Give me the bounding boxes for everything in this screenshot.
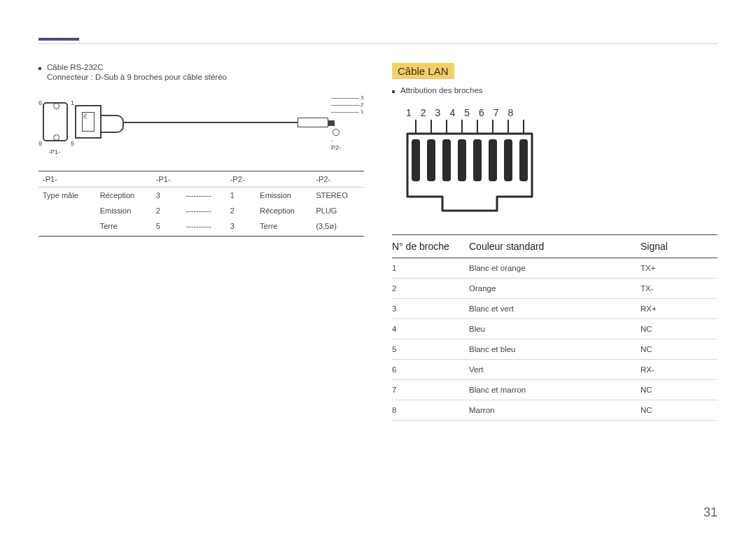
cell: (3,5ø) <box>312 218 364 237</box>
lead-num: 3 <box>360 94 363 101</box>
table-row: 6 Vert RX- <box>392 360 718 380</box>
cell: 7 <box>392 386 469 394</box>
pin-num: 2 <box>421 107 426 118</box>
page-number: 31 <box>704 505 718 520</box>
table-row: Type mâle Réception 3 ---------- 1 Emiss… <box>38 188 364 204</box>
rs232-title: Câble RS-232C <box>47 63 104 71</box>
cell: Blanc et vert <box>469 304 640 313</box>
pin-label: 6 <box>38 99 42 106</box>
rs232-connector-line: Connecteur : D-Sub à 9 broches pour câbl… <box>47 73 364 81</box>
cell: Emission <box>96 203 152 218</box>
cell: Orange <box>469 284 640 293</box>
cell: Blanc et bleu <box>469 345 640 353</box>
cell: NC <box>640 325 718 333</box>
lead-num: 1 <box>360 108 363 115</box>
pin-num: 5 <box>464 107 470 118</box>
screw-icon <box>53 103 59 109</box>
cable-line-icon <box>102 122 298 123</box>
svg-rect-9 <box>427 139 435 181</box>
pin-num: 3 <box>435 107 441 118</box>
cell: STEREO <box>312 188 364 204</box>
cell: Blanc et marron <box>469 386 640 394</box>
cell: Type mâle <box>38 188 96 204</box>
lan-bullet: Attribution des broches <box>392 86 718 94</box>
pin-num: 6 <box>479 107 484 118</box>
header-accent <box>38 38 79 41</box>
rj45-connector-icon <box>403 120 529 218</box>
cell: Réception <box>255 203 312 218</box>
table-row: 3 Blanc et vert RX+ <box>392 299 718 319</box>
rs232-bullet: Câble RS-232C <box>38 63 364 71</box>
svg-rect-14 <box>504 139 512 181</box>
lead-line <box>331 105 359 106</box>
content-columns: Câble RS-232C Connecteur : D-Sub à 9 bro… <box>38 63 718 421</box>
cell: 5 <box>152 218 182 237</box>
pin-label: 9 <box>38 140 42 147</box>
left-column: Câble RS-232C Connecteur : D-Sub à 9 bro… <box>38 63 364 421</box>
cell: 2 <box>152 203 182 218</box>
cell: TX+ <box>640 264 718 272</box>
cell: RX- <box>640 365 718 374</box>
cell: 2 <box>392 284 469 293</box>
pin-label: 5 <box>71 140 74 147</box>
th: N° de broche <box>392 241 469 252</box>
jack-ring-icon <box>332 129 340 136</box>
table-row: 4 Bleu NC <box>392 319 718 339</box>
cell: 4 <box>392 325 469 333</box>
cell: 3 <box>392 304 469 313</box>
svg-rect-15 <box>519 139 528 181</box>
cell: 8 <box>392 406 469 414</box>
table-row: 8 Marron NC <box>392 400 718 421</box>
cell: Terre <box>96 218 152 237</box>
lan-bullet-text: Attribution des broches <box>400 86 483 94</box>
th: -P2- <box>312 171 364 188</box>
table-row: 7 Blanc et marron NC <box>392 380 718 400</box>
bullet-icon <box>392 90 395 93</box>
cell: Marron <box>469 406 640 414</box>
svg-rect-12 <box>473 139 482 181</box>
cell: NC <box>640 406 718 414</box>
th: Couleur standard <box>469 241 640 252</box>
cell: NC <box>640 345 718 353</box>
dsub-outer <box>43 102 68 141</box>
p1-caption: -P1- <box>48 148 60 155</box>
cell: Emission <box>255 188 312 204</box>
th <box>255 171 312 188</box>
cell: Blanc et orange <box>469 264 640 272</box>
cell: TX- <box>640 284 718 293</box>
lead-line <box>331 112 359 113</box>
pin-label: 1 <box>71 99 74 106</box>
rs232-pin-table: -P1- -P1- -P2- -P2- Type mâle Réception … <box>38 171 364 237</box>
screw-icon <box>53 134 59 141</box>
cell: PLUG <box>312 203 364 218</box>
cell: NC <box>640 386 718 394</box>
dsub-in-label: IN <box>82 113 88 119</box>
bullet-icon <box>38 67 41 70</box>
table-row: 5 Blanc et bleu NC <box>392 339 718 360</box>
pin-num: 7 <box>493 107 499 118</box>
svg-rect-10 <box>442 139 451 181</box>
table-row: Terre 5 ---------- 3 Terre (3,5ø) <box>38 218 364 237</box>
header-rule <box>38 43 718 44</box>
table-header-row: -P1- -P1- -P2- -P2- <box>38 171 364 188</box>
lead-num: 2 <box>360 101 363 108</box>
right-column: Câble LAN Attribution des broches 1 2 3 … <box>392 63 718 421</box>
cell: 3 <box>152 188 182 204</box>
cell: RX+ <box>640 304 718 313</box>
table-row: 1 Blanc et orange TX+ <box>392 258 718 279</box>
dsub-connector-icon <box>75 105 102 139</box>
th: -P1- <box>152 171 182 188</box>
th: -P1- <box>38 171 96 188</box>
th: -P2- <box>226 171 256 188</box>
rj45-diagram: 1 2 3 4 5 6 7 8 <box>403 107 718 218</box>
cell: 6 <box>392 365 469 374</box>
svg-rect-8 <box>412 139 420 181</box>
cell: 1 <box>392 264 469 272</box>
lan-table-header: N° de broche Couleur standard Signal <box>392 234 718 258</box>
cell: 2 <box>226 203 256 218</box>
p2-caption: -P2- <box>331 137 341 151</box>
rs232-diagram: IN 6 1 9 5 -P1- 3 2 1 -P2- <box>38 92 340 162</box>
cell: Terre <box>255 218 312 237</box>
lead-line <box>331 98 359 99</box>
cell: ---------- <box>181 188 225 204</box>
